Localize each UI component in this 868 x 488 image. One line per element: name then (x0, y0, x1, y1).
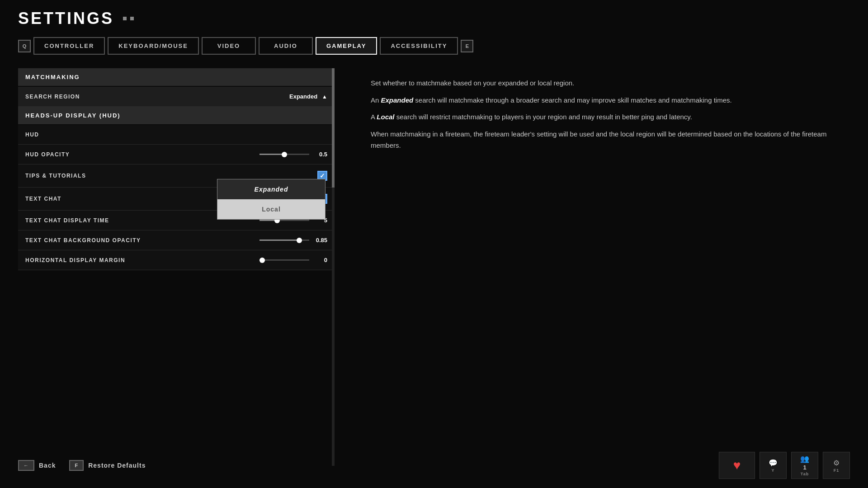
search-region-row[interactable]: SEARCH REGION Expanded ▲ (18, 87, 335, 107)
bottom-bar: ← Back F Restore Defaults ♥ 💬 Y 👥 1 Tab (18, 452, 850, 479)
tabs-row: Q CONTROLLER KEYBOARD/MOUSE VIDEO AUDIO … (18, 37, 850, 55)
text-chat-bg-opacity-fill (259, 239, 299, 241)
search-region-dropdown[interactable]: Expanded Local (217, 179, 326, 220)
description-line4: When matchmaking in a fireteam, the fire… (371, 128, 832, 151)
text-chat-display-time-track[interactable] (259, 220, 309, 221)
players-count: 1 (803, 464, 806, 471)
horizontal-display-margin-thumb[interactable] (259, 258, 265, 263)
description-line3: A Local search will restrict matchmaking… (371, 111, 832, 123)
description-line2: An Expanded search will matchmake throug… (371, 94, 832, 106)
settings-hud-button[interactable]: ⚙ F1 (823, 452, 850, 479)
section-matchmaking: MATCHMAKING (18, 68, 335, 86)
text-chat-bg-opacity-label: TEXT CHAT BACKGROUND OPACITY (25, 237, 141, 244)
chat-icon: 💬 (769, 459, 778, 467)
bottom-left: ← Back F Restore Defaults (18, 460, 146, 471)
hud-opacity-value: 0.5 (314, 151, 327, 158)
players-icon: 👥 (800, 455, 809, 463)
bottom-right: ♥ 💬 Y 👥 1 Tab ⚙ F1 (719, 452, 850, 479)
title-text: SETTINGS (18, 9, 114, 28)
text-chat-bg-opacity-track[interactable] (259, 239, 309, 241)
restore-label: Restore Defaults (88, 462, 146, 469)
players-key: Tab (801, 472, 809, 476)
text-chat-bg-opacity-value: 0.85 (314, 237, 327, 244)
heart-widget: ♥ (719, 452, 755, 479)
content-area: MATCHMAKING SEARCH REGION Expanded ▲ HEA… (18, 68, 850, 466)
tab-accessibility[interactable]: ACCESSIBILITY (380, 37, 458, 55)
title-decoration (123, 17, 134, 20)
back-label: Back (39, 462, 56, 469)
tab-video[interactable]: VIDEO (202, 37, 256, 55)
description-line1: Set whether to matchmake based on your e… (371, 77, 832, 89)
horizontal-display-margin-slider[interactable]: 0 (259, 257, 327, 263)
hud-opacity-slider[interactable]: 0.5 (259, 151, 327, 158)
text-chat-bg-opacity-row[interactable]: TEXT CHAT BACKGROUND OPACITY 0.85 (18, 230, 335, 250)
chat-hud-button[interactable]: 💬 Y (760, 452, 787, 479)
hud-opacity-label: HUD OPACITY (25, 151, 70, 158)
text-chat-label: TEXT CHAT (25, 196, 61, 202)
dropdown-option-local[interactable]: Local (217, 199, 325, 219)
settings-icon: ⚙ (833, 459, 840, 467)
tab-audio[interactable]: AUDIO (259, 37, 313, 55)
hud-row: HUD (18, 125, 335, 145)
settings-panel: MATCHMAKING SEARCH REGION Expanded ▲ HEA… (18, 68, 335, 466)
heart-icon: ♥ (733, 458, 741, 473)
players-hud-button[interactable]: 👥 1 Tab (791, 452, 818, 479)
section-hud: HEADS-UP DISPLAY (HUD) (18, 107, 335, 124)
settings-key: F1 (834, 468, 840, 473)
tab-controller[interactable]: CONTROLLER (33, 37, 105, 55)
scrollbar-thumb[interactable] (332, 68, 335, 188)
search-region-label: SEARCH REGION (25, 94, 80, 100)
horizontal-display-margin-value: 0 (314, 257, 327, 263)
text-chat-bg-opacity-thumb[interactable] (297, 238, 302, 243)
horizontal-display-margin-track[interactable] (259, 259, 309, 261)
hud-opacity-track[interactable] (259, 154, 309, 155)
search-region-current: Expanded (289, 93, 317, 100)
settings-title: SETTINGS (18, 9, 850, 28)
hud-label: HUD (25, 131, 39, 138)
hud-opacity-row[interactable]: HUD OPACITY 0.5 (18, 145, 335, 164)
settings-list: MATCHMAKING SEARCH REGION Expanded ▲ HEA… (18, 68, 335, 270)
dropdown-option-expanded[interactable]: Expanded (217, 179, 325, 199)
restore-defaults-button[interactable]: F Restore Defaults (69, 460, 146, 471)
tab-key-e: E (461, 40, 473, 52)
tab-keyboard-mouse[interactable]: KEYBOARD/MOUSE (108, 37, 199, 55)
tab-gameplay[interactable]: GAMEPLAY (316, 37, 377, 55)
back-button[interactable]: ← Back (18, 460, 56, 471)
tab-key-q: Q (18, 40, 31, 52)
description-panel: Set whether to matchmake based on your e… (353, 68, 850, 466)
restore-key-icon: F (69, 460, 84, 471)
text-chat-bg-opacity-slider[interactable]: 0.85 (259, 237, 327, 244)
back-key-icon: ← (18, 460, 34, 471)
hud-opacity-fill (259, 154, 284, 155)
horizontal-display-margin-label: HORIZONTAL DISPLAY MARGIN (25, 257, 125, 263)
chat-key: Y (771, 468, 774, 473)
search-region-value[interactable]: Expanded ▲ (289, 93, 327, 100)
text-chat-display-time-label: TEXT CHAT DISPLAY TIME (25, 217, 109, 224)
tips-tutorials-label: TIPS & TUTORIALS (25, 173, 86, 179)
search-region-arrow: ▲ (322, 94, 327, 100)
horizontal-display-margin-row[interactable]: HORIZONTAL DISPLAY MARGIN 0 (18, 250, 335, 270)
scrollbar[interactable] (332, 68, 335, 466)
hud-opacity-thumb[interactable] (282, 152, 287, 157)
